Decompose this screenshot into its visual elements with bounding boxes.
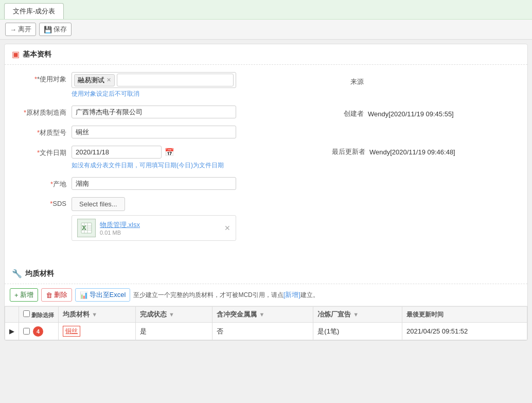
th-checkbox: 删除选择 bbox=[19, 307, 59, 323]
file-size: 0.01 MB bbox=[100, 230, 220, 236]
file-date-input[interactable] bbox=[72, 146, 162, 159]
use-target-hint: 使用对象设定后不可取消 bbox=[72, 90, 236, 98]
complete-cell: 是 bbox=[135, 323, 212, 340]
main-toolbar: → 离开 💾 保存 bbox=[0, 20, 532, 40]
material-type-input[interactable] bbox=[72, 126, 236, 138]
th-smelter[interactable]: 冶炼厂宣告 ▼ bbox=[313, 307, 402, 323]
table-row: ▶ 4 铜丝 是 否 是(1笔) 2021/0 bbox=[5, 323, 527, 340]
th-conflict[interactable]: 含冲突金属属 ▼ bbox=[212, 307, 313, 323]
row-checkbox[interactable] bbox=[23, 328, 30, 335]
use-target-tag: 融易测试 ✕ bbox=[74, 74, 115, 86]
section2-title: 均质材料 bbox=[25, 269, 54, 278]
delete-icon: 🗑 bbox=[46, 291, 52, 299]
th-material[interactable]: 均质材料 ▼ bbox=[59, 307, 136, 323]
add-link[interactable]: [新增] bbox=[283, 291, 300, 299]
conflict-cell: 否 bbox=[212, 323, 313, 340]
use-target-input[interactable] bbox=[117, 74, 234, 86]
file-excel-icon: X bbox=[77, 219, 96, 237]
tab-wenjianku-chengfenbiao[interactable]: 文件库-成分表 bbox=[4, 3, 64, 19]
section2-header: 🔧 均质材料 bbox=[5, 264, 527, 284]
creator-value: Wendy[2020/11/19 09:45:55] bbox=[368, 110, 454, 118]
save-button[interactable]: 💾 保存 bbox=[39, 23, 72, 36]
source-label: 来源 bbox=[332, 77, 368, 86]
save-icon: 💾 bbox=[44, 26, 52, 33]
svg-text:X: X bbox=[82, 224, 86, 232]
section2: 🔧 均质材料 + 新增 🗑 删除 📊 导出至Excel 至少建立一个完整的均质材… bbox=[5, 264, 527, 340]
table-toolbar: + 新增 🗑 删除 📊 导出至Excel 至少建立一个完整的均质材料，才可被MC… bbox=[5, 284, 527, 306]
add-icon: + bbox=[14, 291, 19, 299]
th-complete[interactable]: 完成状态 ▼ bbox=[135, 307, 212, 323]
th-expand bbox=[5, 307, 19, 323]
section2-icon: 🔧 bbox=[12, 269, 22, 278]
file-date-hint: 如没有成分表文件日期，可用填写日期(今日)为文件日期 bbox=[72, 161, 226, 170]
material-link[interactable]: 铜丝 bbox=[63, 326, 80, 337]
material-cell[interactable]: 铜丝 bbox=[59, 323, 136, 340]
material-maker-label: *原材质制造商 bbox=[15, 106, 72, 117]
material-table: 删除选择 均质材料 ▼ 完成状态 ▼ bbox=[5, 306, 527, 340]
complete-filter-icon[interactable]: ▼ bbox=[169, 311, 174, 318]
file-remove-icon[interactable]: ✕ bbox=[224, 224, 230, 232]
checkbox-cell: 4 bbox=[19, 323, 59, 340]
updated-cell: 2021/04/25 09:51:52 bbox=[402, 323, 527, 340]
section1-title: 基本资料 bbox=[23, 50, 51, 59]
exit-icon: → bbox=[10, 26, 16, 33]
row-use-target: **使用对象 融易测试 ✕ 使用对象设定后不可取消 bbox=[15, 72, 517, 248]
calendar-icon[interactable]: 📅 bbox=[165, 148, 174, 157]
delete-row-button[interactable]: 🗑 删除 bbox=[41, 288, 72, 302]
row-badge: 4 bbox=[33, 326, 43, 337]
tag-close-icon[interactable]: ✕ bbox=[107, 77, 111, 83]
origin-label: *产地 bbox=[15, 177, 72, 189]
section1-header: ▣ 基本资料 bbox=[5, 44, 527, 65]
sds-label: *SDS bbox=[15, 197, 72, 207]
use-target-tag-input[interactable]: 融易测试 ✕ bbox=[72, 72, 236, 88]
export-icon: 📊 bbox=[80, 291, 88, 299]
select-all-checkbox[interactable] bbox=[23, 310, 30, 317]
section1-form: **使用对象 融易测试 ✕ 使用对象设定后不可取消 bbox=[5, 65, 527, 255]
th-updated: 最後更新时间 bbox=[402, 307, 527, 323]
right-meta-panel: 来源 创建者 Wendy[2020/11/19 09:45:55] 最后更新者 … bbox=[322, 72, 517, 248]
smelter-cell: 是(1笔) bbox=[313, 323, 402, 340]
material-type-label: *材质型号 bbox=[15, 126, 72, 137]
table-hint: 至少建立一个完整的均质材料，才可被MCD引用，请点[新增]建立。 bbox=[133, 290, 319, 300]
tab-bar: 文件库-成分表 bbox=[0, 0, 532, 20]
exit-button[interactable]: → 离开 bbox=[5, 23, 36, 36]
creator-label: 创建者 bbox=[332, 109, 368, 118]
file-date-label: *文件日期 bbox=[15, 146, 72, 157]
file-item: X 物质管理.xlsx 0.01 MB bbox=[72, 215, 236, 241]
updater-label: 最后更新者 bbox=[332, 147, 369, 156]
main-content: ▣ 基本资料 **使用对象 融易测试 ✕ bbox=[4, 44, 528, 341]
use-target-label: **使用对象 bbox=[15, 72, 72, 84]
expand-cell[interactable]: ▶ bbox=[5, 323, 19, 340]
table-wrap: 删除选择 均质材料 ▼ 完成状态 ▼ bbox=[5, 306, 527, 340]
material-filter-icon[interactable]: ▼ bbox=[92, 311, 97, 318]
section1-icon: ▣ bbox=[12, 49, 20, 59]
add-row-button[interactable]: + 新增 bbox=[10, 288, 38, 302]
updater-value: Wendy[2020/11/19 09:46:48] bbox=[369, 148, 455, 156]
origin-input[interactable] bbox=[72, 177, 236, 190]
conflict-filter-icon[interactable]: ▼ bbox=[259, 311, 264, 318]
export-excel-button[interactable]: 📊 导出至Excel bbox=[75, 288, 131, 302]
material-maker-input[interactable] bbox=[72, 106, 236, 118]
select-files-button[interactable]: Select files... bbox=[72, 197, 125, 211]
file-name[interactable]: 物质管理.xlsx bbox=[100, 220, 220, 230]
smelter-filter-icon[interactable]: ▼ bbox=[353, 311, 359, 318]
